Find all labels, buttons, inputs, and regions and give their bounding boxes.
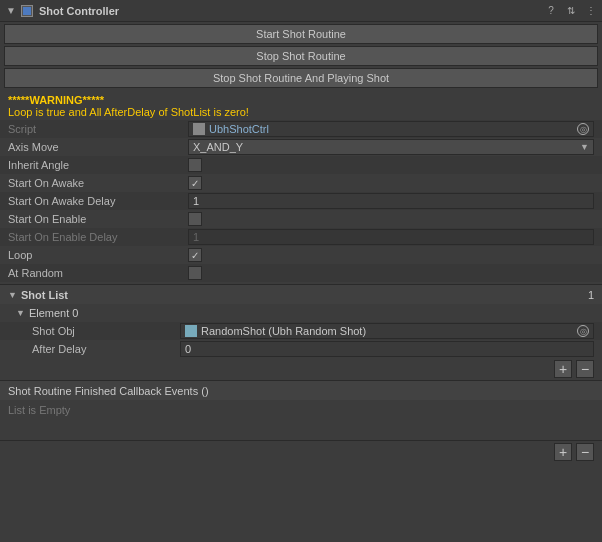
- settings-icon[interactable]: ⇅: [564, 4, 578, 18]
- shot-obj-value: RandomShot (Ubh Random Shot) ◎: [180, 323, 594, 339]
- loop-value: [188, 248, 594, 262]
- help-icon[interactable]: ?: [544, 4, 558, 18]
- collapse-arrow-icon[interactable]: ▼: [4, 4, 18, 18]
- start-on-enable-row: Start On Enable: [0, 210, 602, 228]
- after-delay-label: After Delay: [32, 343, 180, 355]
- start-on-enable-delay-value: [188, 229, 594, 245]
- axis-move-dropdown[interactable]: X_AND_Y ▼: [188, 139, 594, 155]
- inherit-angle-row: Inherit Angle: [0, 156, 602, 174]
- header-icons-right: ? ⇅ ⋮: [544, 4, 598, 18]
- callback-add-button[interactable]: +: [554, 443, 572, 461]
- script-value-field: UbhShotCtrl ◎: [188, 121, 594, 137]
- start-on-awake-row: Start On Awake: [0, 174, 602, 192]
- element-0-title: Element 0: [29, 307, 79, 319]
- script-row: Script UbhShotCtrl ◎: [0, 120, 602, 138]
- start-on-enable-value: [188, 212, 594, 226]
- shot-doc-icon: [185, 325, 197, 337]
- axis-move-value: X_AND_Y ▼: [188, 139, 594, 155]
- shot-list-add-remove: + −: [0, 358, 602, 380]
- element-0-arrow-icon[interactable]: ▼: [16, 308, 25, 318]
- start-on-enable-delay-input[interactable]: [188, 229, 594, 245]
- shot-list-remove-button[interactable]: −: [576, 360, 594, 378]
- buttons-section: Start Shot Routine Stop Shot Routine Sto…: [0, 22, 602, 92]
- shot-list-arrow-icon[interactable]: ▼: [8, 290, 17, 300]
- header-title: Shot Controller: [39, 5, 119, 17]
- start-on-enable-label: Start On Enable: [8, 213, 188, 225]
- panel: ▼ Shot Controller ? ⇅ ⋮ Start Shot Routi…: [0, 0, 602, 463]
- header-left: ▼ Shot Controller: [4, 4, 544, 18]
- start-on-enable-checkbox[interactable]: [188, 212, 202, 226]
- at-random-value: [188, 266, 594, 280]
- start-shot-routine-button[interactable]: Start Shot Routine: [4, 24, 598, 44]
- dropdown-arrow-icon: ▼: [580, 142, 589, 152]
- after-delay-row: After Delay: [0, 340, 602, 358]
- at-random-row: At Random: [0, 264, 602, 282]
- start-on-awake-delay-label: Start On Awake Delay: [8, 195, 188, 207]
- start-on-awake-delay-input[interactable]: [188, 193, 594, 209]
- shot-obj-name: RandomShot (Ubh Random Shot): [201, 325, 573, 337]
- header: ▼ Shot Controller ? ⇅ ⋮: [0, 0, 602, 22]
- inherit-angle-label: Inherit Angle: [8, 159, 188, 171]
- warning-block: *****WARNING***** Loop is true and All A…: [0, 92, 602, 118]
- callback-body: List is Empty: [0, 400, 602, 440]
- shot-obj-label: Shot Obj: [32, 325, 180, 337]
- inherit-angle-value: [188, 158, 594, 172]
- at-random-checkbox[interactable]: [188, 266, 202, 280]
- script-doc-icon: [193, 123, 205, 135]
- stop-shot-routine-button[interactable]: Stop Shot Routine: [4, 46, 598, 66]
- callback-empty-label: List is Empty: [8, 404, 594, 416]
- loop-checkbox[interactable]: [188, 248, 202, 262]
- shot-obj-row: Shot Obj RandomShot (Ubh Random Shot) ◎: [0, 322, 602, 340]
- axis-move-row: Axis Move X_AND_Y ▼: [0, 138, 602, 156]
- start-on-awake-delay-value: [188, 193, 594, 209]
- warning-text: Loop is true and All AfterDelay of ShotL…: [8, 106, 594, 118]
- shot-list-count: 1: [588, 289, 594, 301]
- element-0-header: ▼ Element 0: [0, 304, 602, 322]
- inspector-body: Script UbhShotCtrl ◎ Axis Move X_AND_Y ▼…: [0, 118, 602, 284]
- start-on-awake-label: Start On Awake: [8, 177, 188, 189]
- start-on-enable-delay-label: Start On Enable Delay: [8, 231, 188, 243]
- axis-move-label: Axis Move: [8, 141, 188, 153]
- shot-list-add-button[interactable]: +: [554, 360, 572, 378]
- script-circle-button[interactable]: ◎: [577, 123, 589, 135]
- callback-title: Shot Routine Finished Callback Events (): [8, 385, 209, 397]
- warning-title: *****WARNING*****: [8, 94, 594, 106]
- component-toggle[interactable]: [21, 5, 33, 17]
- shot-obj-circle-button[interactable]: ◎: [577, 325, 589, 337]
- stop-shot-playing-button[interactable]: Stop Shot Routine And Playing Shot: [4, 68, 598, 88]
- shot-list-title: Shot List: [21, 289, 588, 301]
- after-delay-input[interactable]: [180, 341, 594, 357]
- at-random-label: At Random: [8, 267, 188, 279]
- after-delay-value: [180, 341, 594, 357]
- inherit-angle-checkbox[interactable]: [188, 158, 202, 172]
- shot-obj-field: RandomShot (Ubh Random Shot) ◎: [180, 323, 594, 339]
- start-on-awake-delay-row: Start On Awake Delay: [0, 192, 602, 210]
- loop-row: Loop: [0, 246, 602, 264]
- callback-add-remove: + −: [0, 440, 602, 463]
- start-on-awake-value: [188, 176, 594, 190]
- callback-header: Shot Routine Finished Callback Events (): [0, 380, 602, 400]
- shot-list-header: ▼ Shot List 1: [0, 284, 602, 304]
- menu-icon[interactable]: ⋮: [584, 4, 598, 18]
- callback-remove-button[interactable]: −: [576, 443, 594, 461]
- script-name: UbhShotCtrl: [209, 123, 269, 135]
- start-on-enable-delay-row: Start On Enable Delay: [0, 228, 602, 246]
- loop-label: Loop: [8, 249, 188, 261]
- script-label: Script: [8, 123, 188, 135]
- start-on-awake-checkbox[interactable]: [188, 176, 202, 190]
